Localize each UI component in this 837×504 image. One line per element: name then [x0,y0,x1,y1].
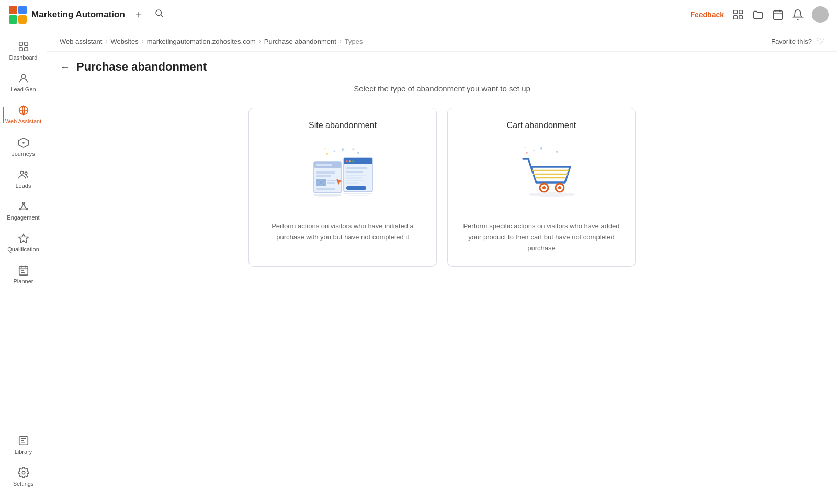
svg-point-75 [540,147,542,150]
svg-point-23 [25,172,27,175]
cart-abandonment-card[interactable]: Cart abandonment + + ° ° [447,108,636,267]
svg-text:°: ° [524,147,526,151]
breadcrumb: Web assistant › Websites › marketingauto… [47,29,837,52]
svg-rect-15 [24,42,27,45]
sidebar-label-journeys: Journeys [12,151,35,157]
page-title: Purchase abandonment [76,60,207,74]
planner-icon [18,265,29,276]
breadcrumb-sep-3: › [259,38,261,45]
breadcrumb-websites[interactable]: Websites [110,38,138,45]
svg-point-40 [342,148,344,151]
zoho-logo-icon [8,5,27,24]
sidebar-label-settings: Settings [13,480,34,487]
sidebar-item-lead-gen[interactable]: Lead Gen [3,67,44,98]
svg-point-38 [22,471,25,474]
sidebar-item-engagement[interactable]: Engagement [3,196,44,226]
back-button[interactable]: ← [60,61,70,73]
sidebar-item-leads[interactable]: Leads [3,164,44,194]
svg-rect-66 [346,177,362,179]
journeys-icon [18,137,29,148]
sidebar-label-library: Library [15,449,32,455]
engagement-icon [18,201,29,212]
cards-row: Site abandonment + + ° ° [60,108,824,267]
breadcrumb-sep-4: › [340,38,342,45]
svg-point-60 [346,160,348,162]
svg-rect-64 [346,171,363,173]
svg-line-5 [161,15,163,17]
sidebar-item-settings[interactable]: Settings [3,462,44,492]
sidebar-item-planner[interactable]: Planner [3,259,44,290]
feedback-button[interactable]: Feedback [690,10,724,19]
svg-text:+: + [352,147,355,152]
svg-rect-0 [9,6,17,14]
sidebar: Dashboard Lead Gen Web Assistant Journey… [0,29,47,504]
svg-text:+: + [552,146,555,151]
svg-rect-9 [739,15,742,18]
favorite-section: Favorite this? ♡ [771,36,824,47]
svg-rect-14 [19,42,22,45]
sidebar-item-web-assistant[interactable]: Web Assistant [3,99,44,130]
svg-text:+: + [533,148,535,153]
folder-icon[interactable] [752,9,764,20]
svg-rect-8 [734,15,737,18]
svg-rect-63 [346,167,367,169]
svg-rect-17 [24,48,27,51]
svg-point-74 [526,152,528,154]
search-icon [154,8,164,18]
bell-icon[interactable] [792,9,804,20]
svg-point-87 [558,186,561,189]
site-abandonment-illustration: + + ° ° [296,141,390,209]
svg-text:°: ° [363,152,364,155]
sidebar-label-qualification: Qualification [7,246,39,253]
sidebar-item-library[interactable]: Library [3,430,44,461]
svg-rect-37 [19,436,28,445]
svg-rect-69 [346,186,366,190]
svg-rect-10 [774,10,783,19]
sidebar-item-qualification[interactable]: Qualification [3,227,44,258]
lead-gen-icon [18,73,29,84]
heart-icon[interactable]: ♡ [816,36,824,47]
content-area: Web assistant › Websites › marketingauto… [47,29,837,504]
svg-rect-3 [18,15,27,24]
svg-line-27 [21,204,24,208]
cart-card-desc: Perform specific actions on visitors who… [462,221,620,254]
svg-point-22 [20,171,24,174]
app-logo[interactable]: Marketing Automation [8,5,125,24]
sidebar-item-journeys[interactable]: Journeys [3,132,44,163]
calendar-icon[interactable] [772,9,784,20]
add-button[interactable]: ＋ [131,5,146,24]
svg-rect-67 [346,180,365,181]
search-button[interactable] [152,6,166,22]
cards-section: Select the type of abandonment you want … [47,80,837,279]
svg-rect-2 [9,15,17,24]
svg-point-62 [352,160,354,162]
page-header: ← Purchase abandonment [47,52,837,80]
list-icon[interactable] [732,9,744,20]
avatar[interactable] [812,6,829,23]
svg-rect-48 [316,164,332,166]
svg-text:°: ° [324,148,326,152]
dashboard-icon [18,41,29,52]
leads-icon [18,169,29,180]
sidebar-label-web-assistant: Web Assistant [5,118,42,125]
sidebar-item-dashboard[interactable]: Dashboard [3,36,44,66]
sidebar-bottom: Library Settings [0,430,47,498]
topbar-actions: Feedback [690,6,829,23]
sidebar-label-lead-gen: Lead Gen [10,86,36,93]
main-layout: Dashboard Lead Gen Web Assistant Journey… [0,29,837,504]
svg-point-25 [19,208,21,210]
qualification-icon [18,233,29,244]
site-abandonment-card[interactable]: Site abandonment + + ° ° [248,108,437,267]
breadcrumb-web-assistant[interactable]: Web assistant [60,38,102,45]
svg-point-39 [326,153,328,155]
topbar: Marketing Automation ＋ Feedback [0,0,837,29]
active-indicator [3,107,4,123]
svg-text:°: ° [562,151,563,154]
sidebar-label-planner: Planner [14,278,33,285]
svg-text:+: + [333,149,336,154]
site-card-desc: Perform actions on visitors who have ini… [264,221,422,243]
breadcrumb-purchase[interactable]: Purchase abandonment [264,38,336,45]
breadcrumb-site[interactable]: marketingautomation.zohosites.com [147,38,256,45]
library-icon [18,435,29,446]
svg-rect-50 [316,175,331,177]
